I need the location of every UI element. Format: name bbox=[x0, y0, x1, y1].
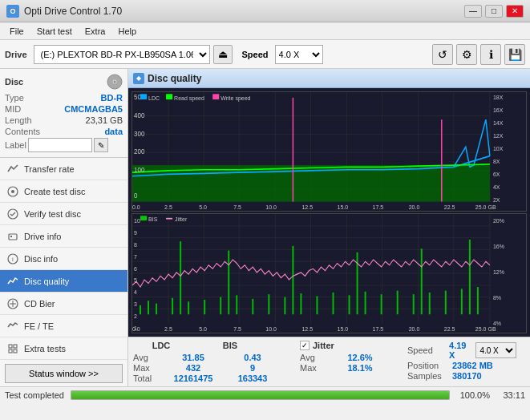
svg-text:15.0: 15.0 bbox=[338, 325, 349, 333]
top-chart-svg: 500 400 300 200 100 0 18X 16X 14X 12X 10… bbox=[132, 92, 526, 211]
svg-text:12.5: 12.5 bbox=[301, 325, 313, 333]
sidebar-item-disc-quality[interactable]: Disc quality bbox=[0, 270, 127, 293]
bis-header: BIS bbox=[202, 341, 258, 350]
svg-text:8%: 8% bbox=[493, 294, 501, 302]
svg-text:2: 2 bbox=[134, 312, 137, 320]
svg-text:9: 9 bbox=[134, 229, 137, 237]
save-button[interactable]: 💾 bbox=[504, 44, 525, 65]
main-area: Disc Type BD-R MID CMCMAGBA5 Length 23,3… bbox=[0, 69, 530, 386]
status-text: Test completed bbox=[5, 390, 64, 400]
maximize-button[interactable]: □ bbox=[485, 5, 503, 18]
drive-select[interactable]: (E:) PLEXTOR BD-R PX-LB950SA 1.06 bbox=[34, 45, 210, 64]
create-disc-icon bbox=[6, 185, 19, 198]
avg-label: Avg bbox=[133, 353, 162, 362]
disc-icon bbox=[107, 74, 123, 90]
menu-item-extra[interactable]: Extra bbox=[79, 25, 112, 38]
sidebar-item-verify-test-disc[interactable]: Verify test disc bbox=[0, 203, 127, 225]
max-label: Max bbox=[133, 363, 162, 373]
svg-text:4: 4 bbox=[134, 289, 137, 297]
svg-text:8X: 8X bbox=[493, 157, 500, 165]
svg-text:16X: 16X bbox=[493, 107, 503, 115]
svg-rect-64 bbox=[166, 94, 172, 99]
svg-text:i: i bbox=[12, 256, 14, 263]
sidebar-nav: Transfer rate Create test disc Verify te… bbox=[0, 158, 127, 361]
sidebar-item-fe-te[interactable]: FE / TE bbox=[0, 315, 127, 337]
svg-text:300: 300 bbox=[134, 129, 145, 138]
window-controls: — □ ✕ bbox=[464, 5, 524, 18]
app-title: Opti Drive Control 1.70 bbox=[24, 6, 464, 17]
svg-text:Jitter: Jitter bbox=[175, 216, 188, 224]
svg-text:25.0 GB: 25.0 GB bbox=[475, 203, 496, 211]
app-icon: O bbox=[6, 5, 19, 18]
label-input[interactable] bbox=[28, 138, 92, 152]
svg-text:8: 8 bbox=[134, 241, 137, 249]
avg-bis-value: 0.43 bbox=[225, 353, 281, 362]
close-button[interactable]: ✕ bbox=[506, 5, 524, 18]
info-button[interactable]: ℹ bbox=[480, 44, 501, 65]
top-chart: 500 400 300 200 100 0 18X 16X 14X 12X 10… bbox=[131, 91, 527, 212]
svg-text:12X: 12X bbox=[493, 131, 503, 139]
svg-rect-14 bbox=[14, 345, 17, 348]
menu-item-help[interactable]: Help bbox=[111, 25, 143, 38]
speed-stats: Speed 4.19 X 4.0 X Position 23862 MB Sam… bbox=[407, 341, 516, 381]
svg-text:22.5: 22.5 bbox=[444, 203, 455, 211]
position-value: 23862 MB bbox=[452, 361, 493, 370]
sidebar-item-cd-bier[interactable]: CD Bier bbox=[0, 293, 127, 315]
verify-icon bbox=[6, 208, 19, 220]
sidebar-item-disc-info[interactable]: i Disc info bbox=[0, 248, 127, 270]
sidebar-item-transfer-rate[interactable]: Transfer rate bbox=[0, 158, 127, 180]
svg-rect-66 bbox=[212, 94, 219, 99]
sidebar-item-drive-info[interactable]: Drive info bbox=[0, 225, 127, 248]
jitter-max-value: 18.1% bbox=[332, 363, 388, 373]
samples-value: 380170 bbox=[452, 371, 482, 381]
menu-item-file[interactable]: File bbox=[3, 25, 30, 38]
fe-te-icon bbox=[6, 320, 19, 333]
jitter-stats: ✓ Jitter Avg 12.6% Max 18.1% bbox=[300, 341, 388, 373]
stats-max-row: Max 432 9 bbox=[133, 363, 281, 373]
menu-item-start-test[interactable]: Start test bbox=[30, 25, 79, 38]
total-bis-value: 163343 bbox=[225, 374, 281, 383]
svg-rect-16 bbox=[14, 349, 17, 353]
jitter-avg-label: Avg bbox=[300, 353, 329, 362]
label-edit-button[interactable]: ✎ bbox=[94, 138, 108, 152]
content-area: ◆ Disc quality bbox=[128, 69, 530, 386]
bottom-chart: 10 9 8 7 6 5 4 3 2 1 20% 16% 12% 8% 4% bbox=[131, 213, 527, 333]
progress-bar-container bbox=[71, 390, 450, 400]
disc-info-panel: Disc Type BD-R MID CMCMAGBA5 Length 23,3… bbox=[0, 69, 127, 158]
svg-text:7.5: 7.5 bbox=[233, 325, 241, 333]
disc-mid-value: CMCMAGBA5 bbox=[64, 104, 123, 114]
jitter-label: Jitter bbox=[313, 341, 334, 350]
sidebar-item-extra-tests[interactable]: Extra tests bbox=[0, 337, 127, 360]
sidebar-item-create-test-disc[interactable]: Create test disc bbox=[0, 180, 127, 203]
svg-text:17.5: 17.5 bbox=[373, 325, 384, 333]
svg-text:20%: 20% bbox=[493, 217, 504, 225]
refresh-button[interactable]: ↺ bbox=[432, 44, 453, 65]
status-window-button[interactable]: Status window >> bbox=[5, 364, 123, 383]
jitter-check-row: ✓ Jitter bbox=[300, 341, 388, 350]
samples-label: Samples bbox=[407, 371, 449, 381]
speed-stat-label: Speed bbox=[407, 345, 446, 355]
settings-button[interactable]: ⚙ bbox=[456, 44, 477, 65]
svg-text:3: 3 bbox=[134, 301, 137, 309]
svg-text:14X: 14X bbox=[493, 119, 503, 127]
minimize-button[interactable]: — bbox=[464, 5, 482, 18]
svg-rect-15 bbox=[9, 349, 12, 353]
position-label: Position bbox=[407, 361, 449, 370]
speed-stat-value: 4.19 X bbox=[449, 341, 472, 360]
svg-text:BIS: BIS bbox=[148, 216, 157, 224]
svg-rect-62 bbox=[140, 94, 147, 99]
drive-info-icon bbox=[6, 230, 19, 243]
svg-text:10X: 10X bbox=[493, 144, 503, 152]
speed-select-small[interactable]: 4.0 X bbox=[475, 342, 516, 358]
svg-text:10.0: 10.0 bbox=[265, 203, 277, 211]
eject-button[interactable]: ⏏ bbox=[213, 45, 233, 64]
speed-select[interactable]: 4.0 X bbox=[275, 45, 323, 64]
speed-label: Speed bbox=[242, 50, 269, 59]
disc-contents-value: data bbox=[104, 127, 123, 136]
svg-text:10.0: 10.0 bbox=[265, 325, 277, 333]
disc-info-icon: i bbox=[6, 252, 19, 265]
disc-quality-title: Disc quality bbox=[148, 73, 201, 84]
jitter-checkbox[interactable]: ✓ bbox=[300, 341, 310, 350]
svg-text:5.0: 5.0 bbox=[199, 203, 207, 211]
samples-row: Samples 380170 bbox=[407, 371, 516, 381]
